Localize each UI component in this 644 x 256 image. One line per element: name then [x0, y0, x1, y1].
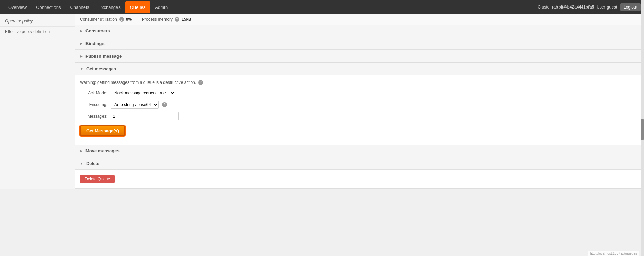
ack-mode-row: Ack Mode: Nack message requeue true Nack… — [80, 89, 639, 97]
top-navigation: Overview Connections Channels Exchanges … — [0, 0, 644, 14]
publish-message-header[interactable]: ▶ Publish message — [75, 50, 644, 62]
move-messages-header[interactable]: ▶ Move messages — [75, 145, 644, 157]
cluster-label: Cluster — [538, 5, 551, 10]
delete-section: ▼ Delete Delete Queue — [75, 157, 644, 189]
right-panel: Consumer utilisation ? 0% Process memory… — [75, 14, 644, 189]
left-panel: Operator policy Effective policy definit… — [0, 14, 75, 189]
encoding-select[interactable]: Auto string / base64 base64 — [111, 101, 159, 109]
ack-mode-select[interactable]: Nack message requeue true Nack message r… — [111, 89, 175, 97]
operator-policy-label: Operator policy — [5, 19, 33, 24]
get-messages-button-row: Get Message(s) — [80, 124, 639, 136]
consumer-utilisation-row: Consumer utilisation ? 0% — [80, 17, 132, 22]
delete-arrow: ▼ — [80, 162, 83, 165]
consumers-title: Consumers — [85, 28, 110, 33]
delete-title: Delete — [86, 161, 99, 166]
bindings-section: ▶ Bindings — [75, 37, 644, 50]
nav-queues[interactable]: Queues — [125, 1, 151, 13]
warning-text-content: Warning: getting messages from a queue i… — [80, 80, 196, 85]
effective-policy-item: Effective policy definition — [0, 27, 75, 37]
bindings-title: Bindings — [85, 41, 105, 46]
move-messages-section: ▶ Move messages — [75, 145, 644, 157]
user-info: User guest — [597, 5, 617, 10]
get-messages-arrow: ▼ — [80, 67, 83, 71]
consumers-header[interactable]: ▶ Consumers — [75, 25, 644, 37]
publish-message-title: Publish message — [85, 54, 122, 59]
warning-help[interactable]: ? — [198, 80, 203, 85]
consumer-utilisation-value: 0% — [126, 17, 132, 22]
nav-right: Cluster rabbit@b42a4441bfa5 User guest L… — [538, 3, 641, 11]
main-content: Operator policy Effective policy definit… — [0, 14, 644, 189]
get-messages-section: ▼ Get messages Warning: getting messages… — [75, 63, 644, 145]
cluster-name: rabbit@b42a4441bfa5 — [552, 5, 594, 10]
move-messages-title: Move messages — [85, 148, 120, 153]
user-label: User — [597, 5, 605, 10]
process-memory-help[interactable]: ? — [175, 17, 179, 22]
info-section: Consumer utilisation ? 0% Process memory… — [75, 14, 644, 25]
scrollbar-thumb[interactable] — [641, 119, 644, 140]
nav-connections[interactable]: Connections — [31, 1, 65, 13]
encoding-label: Encoding: — [80, 102, 107, 107]
messages-input[interactable] — [111, 112, 179, 120]
publish-message-section: ▶ Publish message — [75, 50, 644, 63]
nav-overview[interactable]: Overview — [3, 1, 31, 13]
nav-channels[interactable]: Channels — [65, 1, 94, 13]
consumer-utilisation-label: Consumer utilisation — [80, 17, 117, 22]
operator-policy-item: Operator policy — [0, 16, 75, 27]
cluster-info: Cluster rabbit@b42a4441bfa5 — [538, 5, 594, 10]
logout-button[interactable]: Log out — [620, 3, 641, 11]
encoding-help[interactable]: ? — [162, 102, 167, 107]
process-memory-value: 15kB — [182, 17, 191, 22]
user-name: guest — [607, 5, 617, 10]
get-messages-warning: Warning: getting messages from a queue i… — [80, 80, 639, 85]
nav-exchanges[interactable]: Exchanges — [94, 1, 125, 13]
consumers-section: ▶ Consumers — [75, 25, 644, 37]
delete-body: Delete Queue — [75, 170, 644, 188]
consumers-arrow: ▶ — [80, 29, 83, 33]
messages-row: Messages: — [80, 112, 639, 120]
process-memory-row: Process memory ? 15kB — [142, 17, 191, 22]
scrollbar[interactable] — [641, 0, 644, 189]
move-messages-arrow: ▶ — [80, 149, 83, 153]
consumer-utilisation-help[interactable]: ? — [119, 17, 124, 22]
bindings-header[interactable]: ▶ Bindings — [75, 37, 644, 50]
encoding-row: Encoding: Auto string / base64 base64 ? — [80, 101, 639, 109]
get-messages-title: Get messages — [86, 66, 116, 71]
nav-admin[interactable]: Admin — [150, 1, 172, 13]
publish-message-arrow: ▶ — [80, 54, 83, 58]
get-messages-button[interactable]: Get Message(s) — [80, 125, 125, 136]
effective-policy-label: Effective policy definition — [5, 29, 50, 34]
process-memory-label: Process memory — [142, 17, 173, 22]
get-messages-body: Warning: getting messages from a queue i… — [75, 75, 644, 145]
ack-mode-label: Ack Mode: — [80, 91, 107, 95]
get-messages-header[interactable]: ▼ Get messages — [75, 63, 644, 75]
bindings-arrow: ▶ — [80, 42, 83, 45]
delete-header[interactable]: ▼ Delete — [75, 157, 644, 170]
delete-queue-button[interactable]: Delete Queue — [80, 175, 115, 183]
messages-label: Messages: — [80, 114, 107, 119]
